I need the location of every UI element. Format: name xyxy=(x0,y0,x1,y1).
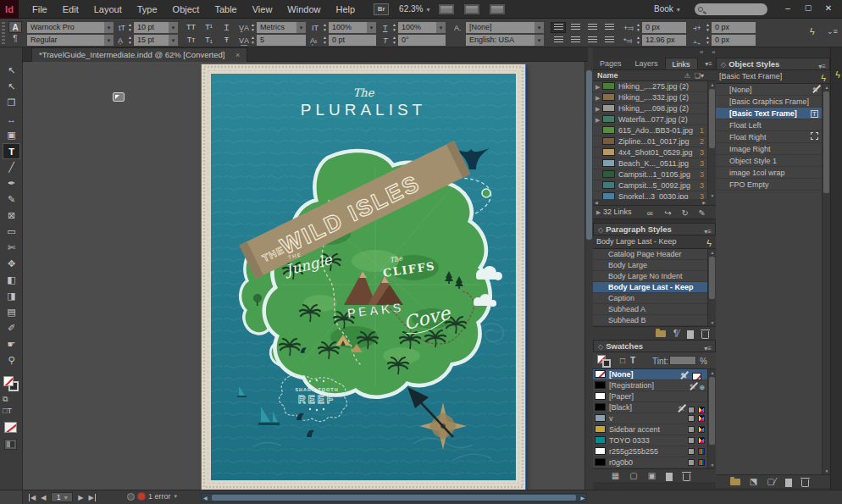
link-row[interactable]: Beach_K..._0511.jpg3 xyxy=(593,158,716,169)
vertical-scale-field[interactable]: 100%▾ xyxy=(329,22,376,33)
align-away-spine-button[interactable] xyxy=(601,35,617,46)
right-indent-field[interactable]: 0 px xyxy=(712,22,756,33)
first-page-button[interactable]: ◀ xyxy=(29,494,36,501)
menu-window[interactable]: Window xyxy=(287,4,320,14)
font-family-field[interactable]: Warnock Pro▾ xyxy=(27,22,114,33)
swatch-row[interactable]: TOYO 0333 xyxy=(593,435,716,446)
kerning-field[interactable]: Metrics▾ xyxy=(257,22,306,33)
quick-apply-icon[interactable]: ϟ xyxy=(821,72,826,85)
horizontal-scale-field[interactable]: 100%▾ xyxy=(398,22,446,33)
close-button[interactable]: ✕ xyxy=(818,0,839,15)
swatch-row[interactable]: Sidebar accent xyxy=(593,424,716,435)
character-style-field[interactable]: [None]▾ xyxy=(466,22,544,33)
zoom-level-dropdown[interactable]: 62.3% xyxy=(399,4,429,14)
document-page[interactable]: EMERALD LAGOON xyxy=(202,64,525,490)
link-page-number[interactable]: 3 xyxy=(700,191,704,199)
swap-fill-stroke-icon[interactable]: ⧉ xyxy=(3,395,8,404)
language-field[interactable]: English: USA▾ xyxy=(466,35,544,46)
align-left-button[interactable] xyxy=(551,22,566,33)
object-styles-header[interactable]: ◇Object Styles ▾≡ xyxy=(716,58,830,70)
link-row[interactable]: Snorkel...3_0030.jpg3 xyxy=(593,191,716,199)
hand-tool[interactable]: ☛ xyxy=(3,336,20,352)
relink-icon[interactable]: ∞ xyxy=(647,207,653,219)
superscript-button[interactable]: T¹ xyxy=(201,22,217,33)
content-collector-tool[interactable]: ▣ xyxy=(3,127,20,143)
dock-close-icon[interactable]: × xyxy=(712,48,716,56)
menu-file[interactable]: File xyxy=(32,4,47,14)
paragraph-style-row[interactable]: Body Large Last - Keep xyxy=(593,282,716,293)
menu-table[interactable]: Table xyxy=(214,4,236,14)
tab-pages[interactable]: Pages xyxy=(593,58,629,69)
fill-stroke-control[interactable] xyxy=(3,376,19,392)
link-row[interactable]: 615_Ado...BB3-01.jpg1 xyxy=(593,125,716,136)
link-page-number[interactable]: 3 xyxy=(700,180,704,191)
swatch-view-list-icon[interactable]: ▢ xyxy=(629,471,637,482)
tab-layers[interactable]: Layers xyxy=(629,58,665,69)
style-group-folder-icon[interactable] xyxy=(730,479,740,485)
links-horizontal-scrollbar[interactable]: ◀▶ xyxy=(593,199,716,206)
arrange-documents-button[interactable] xyxy=(489,3,506,15)
direct-selection-tool[interactable]: ↖ xyxy=(3,79,20,95)
formatting-affects-icons[interactable]: □T xyxy=(3,407,12,415)
rectangle-tool[interactable]: ▭ xyxy=(3,224,20,240)
skew-field[interactable]: 0° xyxy=(398,35,446,46)
object-style-row[interactable]: FPO Empty xyxy=(716,179,830,191)
tracking-field[interactable]: 5 xyxy=(257,35,306,46)
leading-field[interactable]: 15 pt▾ xyxy=(134,35,178,46)
selection-tool[interactable]: ↖ xyxy=(3,63,20,79)
link-row[interactable]: ▶Hiking_,...098.jpg (2) xyxy=(593,103,716,114)
font-style-field[interactable]: Regular▾ xyxy=(27,35,114,46)
swatch-row[interactable]: [Registration]✎⊕ xyxy=(593,380,716,391)
menu-layout[interactable]: Layout xyxy=(94,4,122,14)
justify-all-button[interactable] xyxy=(584,35,600,46)
quick-apply-icon[interactable]: ϟ xyxy=(810,26,815,36)
gap-tool[interactable]: ↔ xyxy=(3,111,20,127)
page-tool[interactable]: ❐ xyxy=(3,95,20,111)
paragraph-styles-header[interactable]: ◇Paragraph Styles ▾≡ xyxy=(593,223,716,235)
pen-tool[interactable]: ✒ xyxy=(3,175,20,191)
view-options-button[interactable] xyxy=(438,3,455,15)
clear-attributes-icon[interactable]: ▢⁄ xyxy=(767,477,776,488)
edit-original-icon[interactable]: ✎ xyxy=(699,207,706,219)
style-group-folder-icon[interactable] xyxy=(656,330,666,337)
menu-object[interactable]: Object xyxy=(173,4,200,14)
scissors-tool[interactable]: ✄ xyxy=(3,240,20,256)
object-style-row[interactable]: Object Style 1 xyxy=(716,155,830,167)
zoom-tool[interactable]: ⚲ xyxy=(3,352,20,368)
baseline-shift-field[interactable]: 0 pt xyxy=(329,35,376,46)
clear-overrides-icon[interactable]: ¶⁄ xyxy=(673,329,679,340)
canvas-horizontal-scrollbar[interactable]: ◀▶ xyxy=(201,493,587,502)
link-expander-icon[interactable]: ▶ xyxy=(595,81,602,92)
paragraph-style-row[interactable]: Catalog Page Header xyxy=(593,249,716,260)
dock-collapse-icon[interactable]: « xyxy=(700,48,703,56)
link-row[interactable]: ▶Hiking_,...332.jpg (2) xyxy=(593,92,716,103)
tint-field[interactable] xyxy=(669,356,696,365)
link-row[interactable]: Zipline...01_0017.jpg2 xyxy=(593,136,716,147)
paragraph-style-row[interactable]: Caption xyxy=(593,293,716,304)
last-page-button[interactable]: ▶ xyxy=(88,494,95,501)
swatch-row[interactable]: r0g0b0 xyxy=(593,457,716,468)
quick-apply-icon[interactable]: ϟ xyxy=(706,237,712,250)
previous-page-button[interactable]: ◀ xyxy=(41,494,46,501)
search-input[interactable] xyxy=(695,3,767,15)
menu-type[interactable]: Type xyxy=(137,4,158,14)
space-after-field[interactable]: 0 px xyxy=(712,35,756,46)
delete-style-icon[interactable] xyxy=(701,331,709,339)
font-size-field[interactable]: 10 pt▾ xyxy=(134,22,178,33)
type-tool[interactable]: T xyxy=(3,143,20,159)
screen-mode-toggle[interactable] xyxy=(4,439,17,450)
gradient-tool[interactable]: ◧ xyxy=(3,272,20,288)
object-style-row[interactable]: image 1col wrap xyxy=(716,167,830,179)
link-page-number[interactable]: 2 xyxy=(700,136,704,147)
character-formatting-toggle[interactable]: A xyxy=(8,21,22,33)
object-style-row[interactable]: Image Right xyxy=(716,143,830,155)
link-row[interactable]: ▶Waterfa...077.jpg (2) xyxy=(593,114,716,125)
first-line-indent-field[interactable]: 12.96 px xyxy=(642,35,686,46)
screen-mode-button[interactable] xyxy=(463,3,480,15)
swatch-view-grid-icon[interactable]: ▣ xyxy=(648,471,656,482)
minimize-button[interactable]: – xyxy=(778,0,798,15)
menu-help[interactable]: Help xyxy=(335,4,355,14)
create-new-style-icon[interactable] xyxy=(785,479,792,487)
tab-close-icon[interactable]: × xyxy=(235,51,240,59)
bridge-button[interactable]: Br xyxy=(374,3,389,15)
